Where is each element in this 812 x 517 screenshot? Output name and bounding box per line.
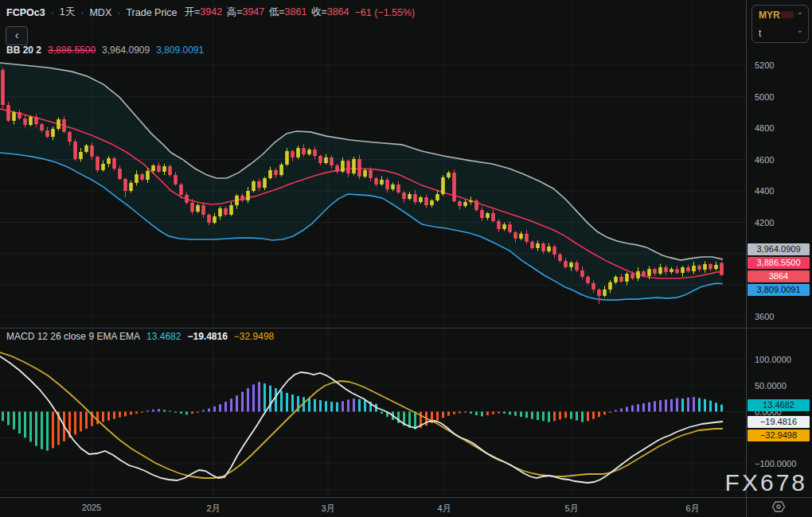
macd-line-value: −19.4816 [187,331,227,342]
bb-indicator-legend[interactable]: BB 20 2 3,886.5500 3,964.0909 3,809.0091 [6,45,204,56]
currency-value: MYR [759,10,780,21]
change-value: −61 (−1.55%) [355,7,416,18]
time-tick: 4月 [437,503,451,515]
ohlc-label: 收= [311,6,327,17]
unit-select[interactable]: t ⌄ [752,24,808,42]
interval-label[interactable]: 1天 [60,6,75,19]
price-tick: 4800 [755,123,774,133]
macd-title: MACD 12 26 close 9 EMA EMA [6,331,140,342]
macd-indicator-legend[interactable]: MACD 12 26 close 9 EMA EMA 13.4682 −19.4… [6,331,274,342]
chevron-down-icon: ⌄ [797,25,803,34]
scale-settings-box: MYR ⌄ t ⌄ [751,5,809,43]
price-tick: 3600 [755,312,774,321]
ohlc-value: 3864 [327,6,349,17]
chevron-down-icon: ⌄ [797,7,803,16]
axis-price-label: 3,809.0091 [748,284,810,296]
axis-price-label: 13.4682 [748,399,810,411]
price-tick: 4400 [755,186,774,196]
separator-dot: · [117,7,120,18]
price-tick: 4200 [755,218,774,227]
bb-lower-value: 3,809.0091 [156,45,204,56]
currency-select[interactable]: MYR ⌄ [752,6,808,24]
time-tick: 2月 [206,503,220,515]
time-tick: 2025 [82,503,101,512]
ohlc-label: 低= [269,6,285,17]
separator-dot: · [51,7,54,18]
separator-dot: · [80,7,84,18]
macd-histogram-value: 13.4682 [146,331,181,342]
symbol-name[interactable]: FCPOc3 [6,7,45,18]
axis-price-label: 3864 [748,270,810,282]
time-tick: 5月 [564,503,578,515]
axis-price-label: −32.9498 [748,430,810,441]
macd-tick: 100.0000 [755,355,791,364]
back-button[interactable]: ‹ [6,26,28,45]
axis-price-label: −19.4816 [748,416,810,428]
series-type-label: Trade Price [126,7,177,18]
chart-canvas[interactable] [0,0,812,517]
price-tick: 5000 [755,92,774,102]
time-tick: 6月 [685,503,699,515]
macd-signal-value: −32.9498 [234,331,274,342]
ohlc-label: 高= [227,6,243,17]
symbol-header: FCPOc3 · 1天 · MDX · Trade Price 开=3942 高… [6,6,415,19]
ohlc-value: 3947 [242,6,264,17]
price-tick: 4600 [755,155,774,165]
time-tick: 3月 [321,503,334,515]
ohlc-value: 3861 [285,6,307,17]
back-chevron-icon: ‹ [15,29,19,41]
ohlc-value: 3942 [200,6,222,17]
currency-flag-icon [781,11,794,18]
axis-price-label: 3,964.0909 [748,243,810,255]
unit-value: t [759,28,761,39]
exchange-label: MDX [89,7,111,18]
macd-tick: 50.0000 [755,381,787,391]
chart-window: FCPOc3 · 1天 · MDX · Trade Price 开=3942 高… [0,0,812,517]
scale-options-icon[interactable] [771,500,786,513]
bb-title: BB 20 2 [6,45,41,56]
macd-tick: −100.0000 [755,459,796,468]
price-tick: 5200 [755,60,774,70]
bb-basis-value: 3,886.5500 [48,45,96,56]
axis-price-label: 3,886.5500 [748,257,810,269]
ohlc-label: 开= [185,6,201,17]
bb-upper-value: 3,964.0909 [102,45,150,56]
watermark: FX678 [725,469,807,496]
ohlc-values: 开=3942 高=3947 低=3861 收=3864 [183,6,349,19]
